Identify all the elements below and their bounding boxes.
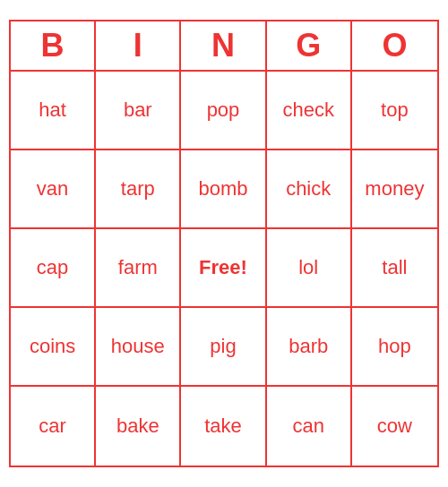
bingo-cell: barb <box>267 308 352 387</box>
bingo-cell: lol <box>267 229 352 308</box>
bingo-cell: hop <box>352 308 437 387</box>
bingo-cell: chick <box>267 150 352 229</box>
bingo-cell: cow <box>352 387 437 466</box>
bingo-cell: farm <box>96 229 181 308</box>
bingo-cell: cap <box>11 229 96 308</box>
header-letter: B <box>11 21 96 70</box>
header-letter: N <box>181 21 266 70</box>
bingo-cell: bomb <box>181 150 266 229</box>
header-letter: I <box>96 21 181 70</box>
bingo-cell: bake <box>96 387 181 466</box>
bingo-header: BINGO <box>11 21 437 72</box>
bingo-cell: tall <box>352 229 437 308</box>
bingo-card: BINGO hatbarpopchecktopvantarpbombchickm… <box>9 20 439 467</box>
bingo-cell: take <box>181 387 266 466</box>
header-letter: O <box>352 21 437 70</box>
bingo-cell: Free! <box>181 229 266 308</box>
bingo-grid: hatbarpopchecktopvantarpbombchickmoneyca… <box>11 72 437 466</box>
bingo-cell: coins <box>11 308 96 387</box>
bingo-cell: van <box>11 150 96 229</box>
bingo-cell: pig <box>181 308 266 387</box>
bingo-cell: hat <box>11 72 96 150</box>
bingo-cell: pop <box>181 72 266 150</box>
bingo-cell: money <box>352 150 437 229</box>
bingo-cell: check <box>267 72 352 150</box>
bingo-cell: bar <box>96 72 181 150</box>
bingo-cell: tarp <box>96 150 181 229</box>
bingo-cell: house <box>96 308 181 387</box>
bingo-cell: car <box>11 387 96 466</box>
header-letter: G <box>267 21 352 70</box>
bingo-cell: can <box>267 387 352 466</box>
bingo-cell: top <box>352 72 437 150</box>
